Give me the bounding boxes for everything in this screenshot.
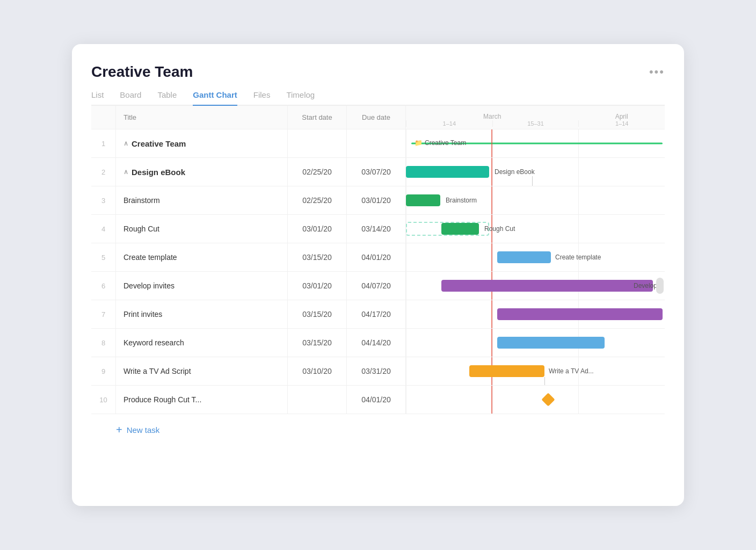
tab-gantt-chart[interactable]: Gantt Chart [193, 90, 237, 106]
gantt-bar-develop-invites [441, 280, 653, 292]
row-gantt-8 [406, 329, 665, 357]
tab-board[interactable]: Board [120, 90, 141, 106]
table-row: 9 Write a TV Ad Script 03/10/20 03/31/20… [91, 357, 665, 386]
gantt-period-3: 1–14 [578, 120, 665, 127]
gantt-period-1: 1–14 [406, 120, 492, 127]
gantt-periods: 1–14 15–31 1–14 [406, 120, 665, 129]
row-gantt-3: Brainstorm [406, 186, 665, 214]
row-title-5[interactable]: Create template [116, 243, 288, 271]
new-task-row: + New task [91, 414, 665, 439]
row-gantt-10 [406, 386, 665, 414]
gantt-bar-design-ebook [406, 166, 489, 178]
row-title-1[interactable]: ∧ Creative Team [116, 129, 288, 157]
gantt-bg [406, 186, 665, 214]
row-title-4[interactable]: Rough Cut [116, 215, 288, 243]
gantt-today-line [491, 158, 492, 186]
col-start-header: Start date [288, 106, 347, 129]
table-row: 6 Develop invites 03/01/20 04/07/20 Deve… [91, 272, 665, 300]
row-due-5: 04/01/20 [347, 243, 406, 271]
gantt-folder-label-1: 📁 Creative Team [415, 139, 466, 147]
row-start-1 [288, 129, 347, 157]
row-num-9: 9 [91, 357, 116, 385]
row-gantt-2: Design eBook [406, 158, 665, 186]
row-title-3[interactable]: Brainstorm [116, 186, 288, 214]
row-title-7[interactable]: Print invites [116, 300, 288, 328]
gantt-milestone-produce [541, 393, 555, 406]
row-title-9[interactable]: Write a TV Ad Script [116, 357, 288, 385]
row-num-1: 1 [91, 129, 116, 157]
row-due-1 [347, 129, 406, 157]
table-row: 3 Brainstorm 02/25/20 03/01/20 Brainstor… [91, 186, 665, 215]
row-start-3: 02/25/20 [288, 186, 347, 214]
gantt-bar-rough-cut [441, 223, 479, 235]
row-due-10: 04/01/20 [347, 386, 406, 414]
tab-files[interactable]: Files [253, 90, 271, 106]
gantt-today-line [491, 300, 492, 328]
gantt-month-march: March [406, 113, 578, 120]
tab-timelog[interactable]: Timelog [286, 90, 315, 106]
gantt-bar-create-template [497, 251, 551, 263]
row-gantt-1: 📁 Creative Team [406, 129, 665, 157]
row-num-7: 7 [91, 300, 116, 328]
row-start-5: 03/15/20 [288, 243, 347, 271]
gantt-bar-keyword-research [497, 337, 605, 349]
row-num-10: 10 [91, 386, 116, 414]
table-row: 1 ∧ Creative Team 📁 Creative Team [91, 129, 665, 158]
gantt-bar-tv-ad [469, 365, 544, 377]
row-start-10 [288, 386, 347, 414]
gantt-label-rough-cut: Rough Cut [484, 225, 515, 233]
row-due-2: 03/07/20 [347, 158, 406, 186]
row-num-2: 2 [91, 158, 116, 186]
row-num-5: 5 [91, 243, 116, 271]
row-num-4: 4 [91, 215, 116, 243]
gantt-label-tv-ad: Write a TV Ad... [549, 367, 594, 375]
gantt-label-brainstorm: Brainstorm [446, 197, 477, 204]
row-num-6: 6 [91, 272, 116, 300]
main-card: Creative Team ••• List Board Table Gantt… [72, 44, 684, 506]
row-title-6[interactable]: Develop invites [116, 272, 288, 300]
tab-bar: List Board Table Gantt Chart Files Timel… [91, 90, 665, 106]
more-button[interactable]: ••• [649, 65, 665, 79]
row-due-3: 03/01/20 [347, 186, 406, 214]
gantt-today-line [491, 329, 492, 357]
row-due-6: 04/07/20 [347, 272, 406, 300]
collapse-icon-1[interactable]: ∧ [123, 140, 128, 147]
tab-table[interactable]: Table [157, 90, 177, 106]
row-due-7: 04/17/20 [347, 300, 406, 328]
scroll-handle[interactable] [656, 278, 664, 294]
col-title-header: Title [116, 106, 288, 129]
row-start-7: 03/15/20 [288, 300, 347, 328]
row-due-9: 03/31/20 [347, 357, 406, 385]
new-task-label: New task [127, 425, 160, 435]
col-num-header [91, 106, 116, 129]
gantt-label-design-ebook: Design eBook [495, 168, 535, 176]
tab-list[interactable]: List [91, 90, 104, 106]
arrow-line-2 [532, 176, 533, 186]
row-start-4: 03/01/20 [288, 215, 347, 243]
row-gantt-5: Create template [406, 243, 665, 271]
row-start-6: 03/01/20 [288, 272, 347, 300]
gantt-bar-print-invites [497, 308, 663, 320]
row-gantt-6: Develop... [406, 272, 665, 300]
col-due-header: Due date [347, 106, 406, 129]
gantt-label-create-template: Create template [555, 254, 601, 261]
collapse-icon-2[interactable]: ∧ [123, 168, 128, 176]
table-row: 7 Print invites 03/15/20 04/17/20 [91, 300, 665, 329]
gantt-month-april: April [578, 113, 665, 120]
row-gantt-9: Write a TV Ad... [406, 357, 665, 385]
new-task-button[interactable]: + New task [91, 424, 159, 436]
table-row: 2 ∧ Design eBook 02/25/20 03/07/20 Desig… [91, 158, 665, 186]
row-title-8[interactable]: Keyword research [116, 329, 288, 357]
row-gantt-4: Rough Cut [406, 215, 665, 243]
row-title-2[interactable]: ∧ Design eBook [116, 158, 288, 186]
table-row: 10 Produce Rough Cut T... 04/01/20 [91, 386, 665, 414]
table-row: 8 Keyword research 03/15/20 04/14/20 [91, 329, 665, 357]
gantt-bg [406, 386, 665, 414]
row-title-10[interactable]: Produce Rough Cut T... [116, 386, 288, 414]
header: Creative Team ••• [91, 63, 665, 81]
folder-icon: 📁 [415, 139, 423, 147]
gantt-months: March April [406, 111, 665, 120]
row-start-8: 03/15/20 [288, 329, 347, 357]
gantt-today-line [491, 186, 492, 214]
gantt-today-line [491, 243, 492, 271]
